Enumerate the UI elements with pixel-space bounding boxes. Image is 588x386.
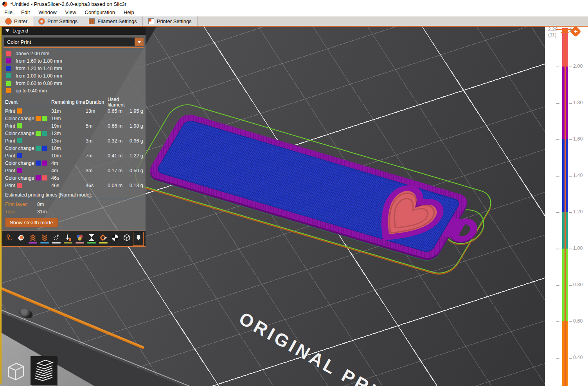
event-color-swatch [17, 123, 22, 128]
tick-dash-left [556, 358, 559, 359]
feature-toolbar [2, 231, 146, 247]
tab-filament-settings[interactable]: Filament Settings [83, 16, 142, 26]
custom-gcodes-icon[interactable] [98, 232, 108, 245]
tick-dash-right [569, 321, 572, 322]
total-row: Total: 31m [4, 208, 144, 215]
menu-item-view[interactable]: View [61, 8, 81, 16]
tick-label: 1.00 [573, 245, 583, 251]
event-color-swatch [42, 146, 47, 151]
viewport-3d[interactable]: ORIGINAL PRUS Legend Color Print [0, 27, 545, 386]
event-label: Print [5, 168, 15, 173]
used-filament-length: 0.04 m [108, 183, 129, 188]
event-row: Color change19m [4, 115, 144, 122]
event-label: Color change [5, 161, 34, 166]
tick-dash-right [569, 103, 572, 104]
collapse-arrow-icon [5, 29, 9, 32]
tick-dash-right [569, 67, 572, 67]
tab-printer-settings[interactable]: Printer Settings [143, 16, 198, 26]
remaining-time: 19m [51, 116, 86, 121]
menu-bar: FileEditWindowViewConfigurationHelp [0, 8, 588, 16]
event-cell: Print [5, 168, 51, 173]
duration: 13m [86, 108, 108, 114]
divider [4, 47, 144, 48]
event-row: Color change10m [4, 144, 144, 152]
view-type-dropdown[interactable]: Color Print [4, 37, 144, 47]
slider-upper-thumb[interactable] [561, 27, 569, 33]
event-color-swatch [36, 175, 41, 180]
shells-icon[interactable] [110, 232, 120, 245]
menu-item-configuration[interactable]: Configuration [81, 8, 119, 16]
tick-dash-left [556, 176, 559, 177]
remaining-time: 10m [51, 153, 86, 159]
used-filament-length: 0.32 m [108, 138, 129, 144]
event-color-swatch [42, 175, 47, 180]
event-color-swatch [36, 161, 41, 166]
preview-layers-view-button[interactable] [31, 356, 57, 385]
tick-label: 0.40 [573, 355, 583, 360]
retractions-icon[interactable] [28, 232, 38, 245]
color-swatch [6, 58, 11, 63]
events-table: Event Remaining time Duration Used filam… [4, 97, 144, 189]
remaining-time: 31m [51, 108, 86, 114]
menu-item-help[interactable]: Help [119, 8, 138, 16]
tick-label: 0.60 [573, 318, 583, 324]
height-range-label: up to 0.40 mm [16, 88, 47, 94]
tab-label: Printer Settings [157, 18, 192, 24]
color-swatch [6, 88, 11, 93]
tab-plater[interactable]: Plater [0, 16, 33, 26]
collapse-toolbar-icon[interactable] [133, 232, 143, 245]
pause-prints-icon[interactable] [86, 232, 96, 245]
event-cell: Print [5, 108, 51, 114]
duration: 7m [86, 153, 108, 159]
dropdown-arrow-button[interactable] [135, 38, 144, 46]
event-row: Print31m13m0.65 m1.95 g [4, 107, 144, 115]
event-cell: Color change [5, 161, 51, 166]
legend-header[interactable]: Legend [2, 27, 146, 35]
tick-label: 0.80 [573, 282, 583, 287]
app-logo-icon [2, 2, 7, 7]
deretractions-icon[interactable] [40, 232, 49, 245]
printer-icon [148, 18, 154, 24]
used-filament-weight: 0.50 g [129, 168, 144, 173]
tab-print-settings[interactable]: Print Settings [33, 16, 83, 26]
remaining-time: 13m [51, 138, 86, 144]
remaining-time: 13m [51, 131, 86, 136]
events-table-header: Event Remaining time Duration Used filam… [4, 97, 144, 105]
used-filament-weight: 1.98 g [129, 123, 144, 129]
used-filament-weight: 0.96 g [129, 138, 144, 144]
tick-dash-right [569, 212, 572, 213]
wipe-icon[interactable] [16, 232, 26, 245]
menu-item-file[interactable]: File [0, 8, 17, 16]
color-changes-icon[interactable] [75, 232, 85, 245]
seams-icon[interactable] [51, 232, 61, 245]
spool-icon [89, 18, 95, 24]
editor-3d-view-button[interactable] [3, 359, 28, 385]
remaining-time: 46s [51, 175, 86, 181]
height-range-label: from 1.20 to 1.40 mm [16, 66, 62, 71]
tick-label: 2.00 [573, 63, 583, 69]
show-stealth-mode-button[interactable]: Show stealth mode [5, 218, 58, 227]
height-range-legend: above 2.00 mmfrom 1.60 to 1.80 mmfrom 1.… [4, 50, 144, 94]
tick-dash-right [569, 358, 572, 359]
travels-icon[interactable] [4, 232, 14, 245]
sequential-box-icon[interactable] [122, 232, 131, 245]
tick-dash-right [569, 176, 572, 177]
event-label: Print [5, 183, 15, 188]
tick-dash-left [556, 139, 559, 140]
duration: 46s [86, 183, 108, 188]
menu-item-window[interactable]: Window [34, 8, 61, 16]
event-color-swatch [17, 108, 22, 114]
slider-layer-count: (11) [548, 32, 556, 38]
used-filament-length: 0.17 m [108, 168, 129, 173]
event-color-swatch [17, 138, 22, 143]
layer-slider-track[interactable] [562, 28, 568, 386]
divider [4, 199, 144, 199]
legend-panel: Legend Color Print above 2.00 mmfrom 1.6… [2, 27, 146, 247]
event-label: Color change [5, 131, 34, 136]
layer-slider-panel: 2.20 (11) 2.20 + 2.001.801.601.401.201.0… [545, 27, 588, 386]
tick-dash-left [556, 103, 559, 104]
height-range-item: from 1.60 to 1.80 mm [4, 57, 144, 65]
tool-changes-icon[interactable] [63, 232, 73, 245]
menu-item-edit[interactable]: Edit [17, 8, 34, 16]
remaining-time: 4m [51, 168, 86, 173]
